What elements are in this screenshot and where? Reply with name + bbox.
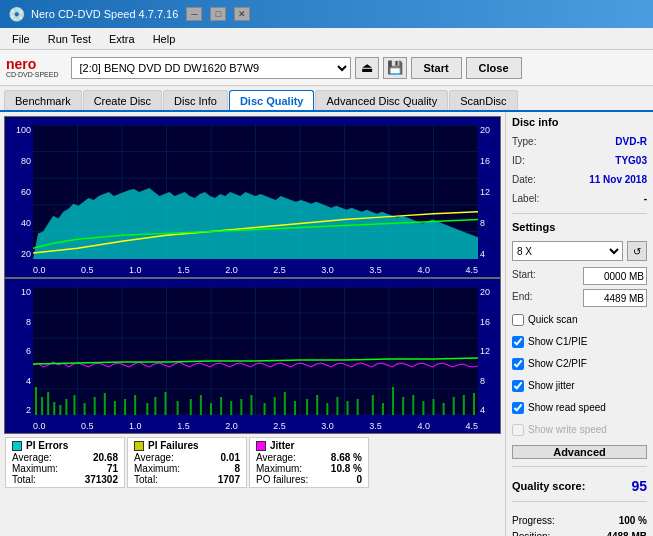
svg-marker-16 (33, 188, 478, 259)
tab-create-disc[interactable]: Create Disc (83, 90, 162, 110)
quick-scan-checkbox[interactable] (512, 314, 524, 326)
svg-rect-73 (443, 403, 445, 415)
svg-rect-69 (402, 397, 404, 415)
progress-label: Progress: (512, 513, 555, 529)
nero-sub: CD·DVD·SPEED (6, 71, 59, 78)
tab-advanced-disc-quality[interactable]: Advanced Disc Quality (315, 90, 448, 110)
close-button[interactable]: ✕ (234, 7, 250, 21)
y-axis-right-top: 20 16 12 8 4 (478, 125, 500, 259)
speed-select[interactable]: 8 X 4 X 2 X Max (512, 241, 623, 261)
legend-pi-errors: PI Errors Average: 20.68 Maximum: 71 Tot… (5, 437, 125, 488)
show-read-speed-checkbox[interactable] (512, 402, 524, 414)
pi-max-label: Maximum: (12, 463, 58, 474)
disc-id-label: ID: (512, 153, 525, 168)
jitter-max-value: 10.8 % (331, 463, 362, 474)
svg-rect-72 (432, 399, 434, 415)
tab-disc-info[interactable]: Disc Info (163, 90, 228, 110)
disc-type-value: DVD-R (615, 134, 647, 149)
show-jitter-label: Show jitter (528, 377, 575, 395)
menu-file[interactable]: File (4, 31, 38, 47)
tab-scandisc[interactable]: ScanDisc (449, 90, 517, 110)
pif-chart: 10 8 6 4 2 20 16 12 8 4 (4, 278, 501, 434)
drive-selector[interactable]: [2:0] BENQ DVD DD DW1620 B7W9 (71, 57, 351, 79)
svg-rect-64 (347, 401, 349, 415)
advanced-button[interactable]: Advanced (512, 445, 647, 459)
y-axis-left-bottom: 10 8 6 4 2 (7, 287, 31, 415)
pi-failures-title: PI Failures (148, 440, 199, 451)
show-c2pif-checkbox[interactable] (512, 358, 524, 370)
svg-rect-34 (47, 392, 49, 415)
svg-rect-56 (264, 403, 266, 415)
x-axis-top: 0.0 0.5 1.0 1.5 2.0 2.5 3.0 3.5 4.0 4.5 (33, 265, 478, 275)
svg-rect-33 (41, 397, 43, 415)
svg-rect-45 (146, 403, 148, 415)
position-label: Position: (512, 529, 550, 536)
settings-refresh-button[interactable]: ↺ (627, 241, 647, 261)
svg-rect-68 (392, 387, 394, 415)
svg-rect-55 (250, 395, 252, 415)
menu-extra[interactable]: Extra (101, 31, 143, 47)
disc-date-value: 11 Nov 2018 (589, 172, 647, 187)
start-button[interactable]: Start (411, 57, 462, 79)
pi-max-value: 71 (107, 463, 118, 474)
svg-rect-71 (422, 401, 424, 415)
svg-rect-44 (134, 395, 136, 415)
svg-rect-39 (84, 403, 86, 415)
pif-chart-inner (33, 287, 478, 415)
disc-type-label: Type: (512, 134, 536, 149)
show-jitter-checkbox[interactable] (512, 380, 524, 392)
start-mb-input[interactable] (583, 267, 647, 285)
svg-rect-74 (453, 397, 455, 415)
svg-rect-51 (210, 403, 212, 415)
show-write-speed-row: Show write speed (512, 421, 647, 439)
show-write-speed-checkbox (512, 424, 524, 436)
tab-disc-quality[interactable]: Disc Quality (229, 90, 315, 110)
nero-brand: nero (6, 57, 36, 71)
show-c1pie-checkbox[interactable] (512, 336, 524, 348)
disc-label-value: - (644, 191, 647, 206)
pie-chart-svg (33, 125, 478, 259)
progress-section: Progress: 100 % Position: 4488 MB Speed:… (512, 513, 647, 536)
tab-benchmark[interactable]: Benchmark (4, 90, 82, 110)
eject-button[interactable]: ⏏ (355, 57, 379, 79)
svg-rect-63 (336, 397, 338, 415)
svg-rect-53 (230, 401, 232, 415)
pi-failures-color (134, 441, 144, 451)
pif-chart-svg (33, 287, 478, 415)
svg-rect-32 (35, 387, 37, 415)
disc-id-row: ID: TYG03 (512, 153, 647, 168)
start-mb-row: Start: (512, 267, 647, 285)
legend-jitter: Jitter Average: 8.68 % Maximum: 10.8 % P… (249, 437, 369, 488)
toolbar: nero CD·DVD·SPEED [2:0] BENQ DVD DD DW16… (0, 50, 653, 86)
svg-rect-67 (382, 403, 384, 415)
show-read-speed-row: Show read speed (512, 399, 647, 417)
legend-pi-failures: PI Failures Average: 0.01 Maximum: 8 Tot… (127, 437, 247, 488)
progress-row: Progress: 100 % (512, 513, 647, 529)
svg-rect-40 (94, 397, 96, 415)
titlebar: 💿 Nero CD-DVD Speed 4.7.7.16 ─ □ ✕ (0, 0, 653, 28)
progress-value: 100 % (619, 513, 647, 529)
disc-id-value: TYG03 (615, 153, 647, 168)
maximize-button[interactable]: □ (210, 7, 226, 21)
svg-rect-48 (177, 401, 179, 415)
close-toolbar-button[interactable]: Close (466, 57, 522, 79)
position-value: 4488 MB (606, 529, 647, 536)
pi-errors-color (12, 441, 22, 451)
pi-total-label: Total: (12, 474, 36, 485)
svg-rect-76 (473, 393, 475, 415)
quick-scan-row: Quick scan (512, 311, 647, 329)
minimize-button[interactable]: ─ (186, 7, 202, 21)
jitter-title: Jitter (270, 440, 294, 451)
menu-help[interactable]: Help (145, 31, 184, 47)
end-mb-input[interactable] (583, 289, 647, 307)
svg-rect-36 (59, 405, 61, 415)
quality-score-label: Quality score: (512, 480, 585, 492)
show-c2pif-label: Show C2/PIF (528, 355, 587, 373)
save-button[interactable]: 💾 (383, 57, 407, 79)
quality-score-row: Quality score: 95 (512, 478, 647, 494)
pif-max-value: 8 (234, 463, 240, 474)
menu-run-test[interactable]: Run Test (40, 31, 99, 47)
po-failures-label: PO failures: (256, 474, 308, 485)
start-mb-label: Start: (512, 267, 536, 285)
svg-rect-49 (190, 399, 192, 415)
